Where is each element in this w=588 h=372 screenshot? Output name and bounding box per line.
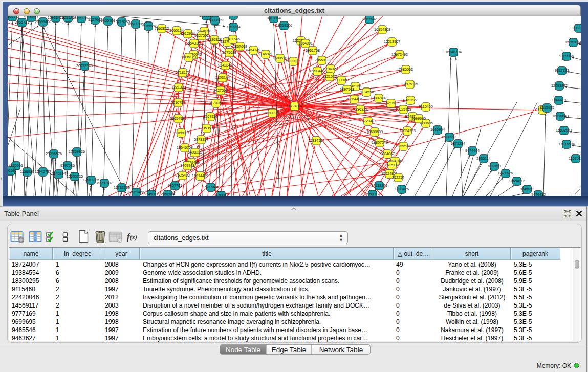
svg-text:9463627: 9463627	[403, 98, 418, 102]
svg-text:19654925: 19654925	[170, 116, 186, 121]
svg-text:2867608: 2867608	[233, 44, 247, 49]
svg-text:8471626: 8471626	[498, 171, 513, 176]
svg-text:1864091: 1864091	[298, 41, 313, 46]
svg-text:2935114: 2935114	[476, 156, 490, 161]
svg-text:20364436: 20364436	[346, 97, 362, 101]
svg-text:9329966: 9329966	[559, 54, 574, 58]
svg-text:15384554: 15384554	[308, 138, 324, 143]
svg-text:17359936: 17359936	[69, 149, 85, 154]
svg-text:7515524: 7515524	[141, 24, 156, 28]
svg-text:6897568: 6897568	[340, 87, 354, 92]
svg-text:2055721: 2055721	[15, 20, 29, 25]
svg-text:18807249: 18807249	[372, 140, 388, 145]
svg-text:8427552: 8427552	[213, 88, 228, 93]
svg-text:9084067: 9084067	[380, 151, 395, 156]
svg-text:2087682: 2087682	[362, 17, 377, 21]
svg-text:12942737: 12942737	[35, 169, 51, 174]
svg-text:1588520: 1588520	[273, 56, 287, 60]
svg-text:1733426: 1733426	[395, 187, 409, 191]
svg-text:12213967: 12213967	[384, 39, 400, 44]
svg-text:9474412: 9474412	[531, 192, 546, 197]
svg-text:17016504: 17016504	[558, 142, 575, 146]
svg-text:7625402: 7625402	[176, 173, 190, 178]
svg-text:19218506: 19218506	[276, 23, 292, 28]
svg-text:1112345: 1112345	[572, 26, 586, 30]
svg-text:16046758: 16046758	[177, 145, 193, 150]
svg-text:5878354: 5878354	[194, 137, 208, 142]
svg-text:6871234: 6871234	[451, 141, 465, 146]
svg-text:5938923: 5938923	[442, 135, 456, 139]
svg-text:20053346: 20053346	[76, 63, 93, 68]
svg-text:10653267: 10653267	[73, 16, 90, 20]
svg-text:1156819: 1156819	[20, 169, 34, 174]
svg-text:5498222: 5498222	[188, 150, 202, 155]
svg-text:1145194: 1145194	[52, 171, 66, 176]
svg-text:3675685: 3675685	[222, 50, 236, 55]
svg-text:9474444: 9474444	[465, 148, 480, 153]
svg-text:9227343: 9227343	[555, 68, 569, 73]
svg-text:12975115: 12975115	[402, 82, 418, 86]
svg-text:1221338: 1221338	[171, 85, 186, 90]
svg-text:12093872: 12093872	[551, 83, 568, 88]
svg-text:1615132: 1615132	[385, 163, 399, 167]
svg-text:15692971: 15692971	[556, 128, 572, 133]
svg-text:9245052: 9245052	[520, 187, 534, 191]
svg-text:8267110: 8267110	[203, 114, 217, 119]
svg-text:15720407: 15720407	[360, 119, 376, 123]
svg-text:62160: 62160	[386, 101, 396, 105]
svg-text:8813054: 8813054	[267, 16, 281, 20]
svg-text:7955812: 7955812	[315, 58, 329, 62]
svg-text:16543362: 16543362	[186, 41, 202, 46]
svg-text:10973493: 10973493	[391, 52, 408, 57]
svg-text:9457791: 9457791	[168, 183, 182, 188]
svg-text:8990448: 8990448	[310, 69, 324, 73]
svg-text:12923466: 12923466	[128, 190, 144, 194]
svg-text:2718176: 2718176	[176, 70, 190, 75]
svg-text:19958107: 19958107	[96, 181, 113, 185]
svg-text:19166827: 19166827	[173, 130, 189, 135]
svg-text:16033809: 16033809	[207, 18, 223, 23]
svg-text:16782759: 16782759	[114, 185, 130, 190]
svg-text:9245012: 9245012	[144, 192, 159, 196]
svg-text:20206576: 20206576	[46, 151, 62, 156]
svg-text:7886322: 7886322	[353, 107, 367, 112]
svg-text:8215955: 8215955	[540, 105, 554, 110]
svg-text:18300295: 18300295	[264, 111, 280, 115]
svg-text:1167533: 1167533	[569, 156, 582, 161]
svg-text:9777169: 9777169	[334, 78, 349, 82]
svg-text:1010753: 1010753	[171, 100, 185, 105]
svg-text:6466160: 6466160	[101, 18, 115, 23]
svg-text:2051694: 2051694	[161, 192, 175, 196]
svg-text:10025458: 10025458	[395, 107, 411, 112]
svg-text:16914479: 16914479	[192, 173, 208, 178]
svg-text:391597: 391597	[5, 168, 17, 173]
svg-text:7632621: 7632621	[487, 164, 502, 168]
svg-text:8170064: 8170064	[209, 101, 223, 105]
svg-text:1527602: 1527602	[88, 17, 102, 22]
svg-text:5822037: 5822037	[286, 59, 300, 63]
svg-text:6961758: 6961758	[306, 48, 320, 53]
svg-text:1409948: 1409948	[180, 163, 194, 168]
svg-text:10654112: 10654112	[509, 179, 525, 183]
svg-text:15716485: 15716485	[203, 185, 219, 189]
svg-text:9397586: 9397586	[60, 163, 75, 168]
svg-text:9115460: 9115460	[419, 104, 432, 109]
svg-text:3824554: 3824554	[359, 90, 374, 94]
svg-text:7485063: 7485063	[399, 67, 413, 72]
svg-text:1640954: 1640954	[430, 127, 445, 132]
svg-text:19654923: 19654923	[399, 128, 416, 133]
svg-text:9242848: 9242848	[218, 63, 232, 68]
svg-text:9327503: 9327503	[194, 33, 209, 38]
svg-text:7357224: 7357224	[226, 25, 241, 29]
svg-text:2803144: 2803144	[215, 75, 230, 80]
svg-text:15751074: 15751074	[565, 40, 581, 45]
svg-text:18724007: 18724007	[287, 104, 303, 108]
svg-text:1911546: 1911546	[226, 37, 239, 41]
svg-text:9896123: 9896123	[182, 55, 196, 59]
svg-text:12353594: 12353594	[199, 126, 215, 130]
svg-text:7663822: 7663822	[155, 26, 169, 31]
svg-text:12505135: 12505135	[67, 174, 83, 179]
svg-text:9146821: 9146821	[258, 52, 273, 56]
svg-text:10688609: 10688609	[366, 129, 383, 134]
svg-text:6794028: 6794028	[323, 67, 338, 71]
